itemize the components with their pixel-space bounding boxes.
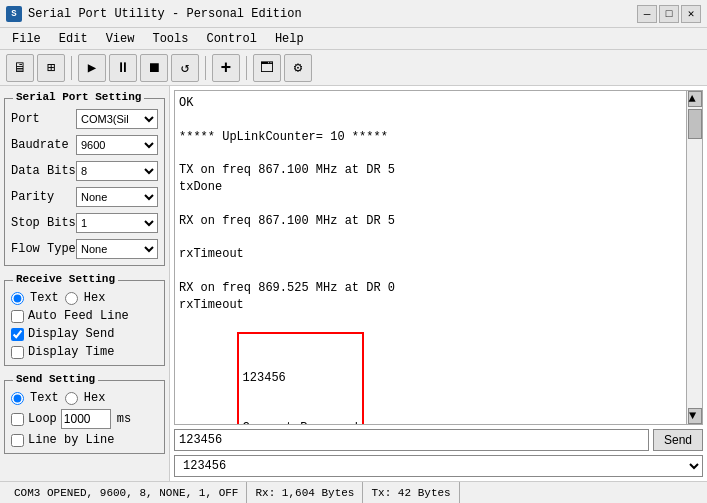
toolbar-play-btn[interactable]: ▶ — [78, 54, 106, 82]
terminal-line-ok: OK — [179, 95, 698, 112]
receive-setting-title: Receive Setting — [13, 273, 118, 285]
baudrate-select[interactable]: 9600 — [76, 135, 158, 155]
toolbar: 🖥 ⊞ ▶ ⏸ ⏹ ↺ + 🗔 ⚙ — [0, 50, 707, 86]
toolbar-settings-btn[interactable]: ⚙ — [284, 54, 312, 82]
terminal-area[interactable]: OK ***** UpLinkCounter= 10 ***** TX on f… — [174, 90, 703, 425]
scrollbar-thumb[interactable] — [688, 109, 702, 139]
tx-status-text: Tx: 42 Bytes — [371, 487, 450, 499]
terminal-line-blank3 — [179, 196, 698, 213]
title-controls: — □ ✕ — [637, 5, 701, 23]
send-setting-title: Send Setting — [13, 373, 98, 385]
menu-edit[interactable]: Edit — [51, 30, 96, 48]
terminal-line-blank1 — [179, 112, 698, 129]
send-hex-label: Hex — [84, 391, 106, 405]
port-select[interactable]: COM3(Sil — [76, 109, 158, 129]
main-content: Serial Port Setting Port COM3(Sil Baudra… — [0, 86, 707, 481]
toolbar-add-btn[interactable]: + — [212, 54, 240, 82]
databits-select[interactable]: 8 — [76, 161, 158, 181]
status-bar: COM3 OPENED, 9600, 8, NONE, 1, OFF Rx: 1… — [0, 481, 707, 503]
toolbar-sep3 — [246, 56, 247, 80]
menu-view[interactable]: View — [98, 30, 143, 48]
toolbar-refresh-btn[interactable]: ↺ — [171, 54, 199, 82]
loop-row: Loop ms — [11, 409, 158, 429]
display-time-checkbox[interactable] — [11, 346, 24, 359]
line-by-line-checkbox[interactable] — [11, 434, 24, 447]
highlighted-line1: 123456 — [243, 370, 358, 387]
close-button[interactable]: ✕ — [681, 5, 701, 23]
terminal-line-blank4 — [179, 229, 698, 246]
menu-bar: File Edit View Tools Control Help — [0, 28, 707, 50]
toolbar-open-btn[interactable]: ⊞ — [37, 54, 65, 82]
rx-status-text: Rx: 1,604 Bytes — [255, 487, 354, 499]
receive-text-hex-row: Text Hex — [11, 291, 158, 305]
receive-hex-radio[interactable] — [65, 292, 78, 305]
toolbar-new-btn[interactable]: 🖥 — [6, 54, 34, 82]
terminal-line-blank2 — [179, 145, 698, 162]
auto-feed-checkbox[interactable] — [11, 310, 24, 323]
flowtype-row: Flow Type None — [11, 239, 158, 259]
maximize-button[interactable]: □ — [659, 5, 679, 23]
serial-port-setting-title: Serial Port Setting — [13, 91, 144, 103]
parity-select[interactable]: None — [76, 187, 158, 207]
terminal-line-uplink: ***** UpLinkCounter= 10 ***** — [179, 129, 698, 146]
menu-help[interactable]: Help — [267, 30, 312, 48]
display-send-row: Display Send — [11, 327, 158, 341]
send-text-radio[interactable] — [11, 392, 24, 405]
terminal-line-rxtimeout2: rxTimeout — [179, 297, 698, 314]
highlighted-line2: Correct Password — [243, 420, 358, 425]
left-panel: Serial Port Setting Port COM3(Sil Baudra… — [0, 86, 170, 481]
send-text-label: Text — [30, 391, 59, 405]
baudrate-row: Baudrate 9600 — [11, 135, 158, 155]
right-panel: OK ***** UpLinkCounter= 10 ***** TX on f… — [170, 86, 707, 481]
menu-file[interactable]: File — [4, 30, 49, 48]
receive-text-radio[interactable] — [11, 292, 24, 305]
title-bar: S Serial Port Utility - Personal Edition… — [0, 0, 707, 28]
databits-label: Data Bits — [11, 164, 76, 178]
loop-checkbox[interactable] — [11, 413, 24, 426]
stopbits-select[interactable]: 1 — [76, 213, 158, 233]
auto-feed-row: Auto Feed Line — [11, 309, 158, 323]
port-status-text: COM3 OPENED, 9600, 8, NONE, 1, OFF — [14, 487, 238, 499]
toolbar-window-btn[interactable]: 🗔 — [253, 54, 281, 82]
terminal-highlighted: 123456 Correct Password — [179, 313, 698, 425]
bottom-input-select[interactable]: 123456 — [174, 455, 703, 477]
send-button[interactable]: Send — [653, 429, 703, 451]
menu-tools[interactable]: Tools — [144, 30, 196, 48]
scrollbar-down-btn[interactable]: ▼ — [688, 408, 702, 424]
send-input-row: Send — [170, 425, 707, 455]
loop-value-input[interactable] — [61, 409, 111, 429]
receive-hex-label: Hex — [84, 291, 106, 305]
port-status-segment: COM3 OPENED, 9600, 8, NONE, 1, OFF — [6, 482, 247, 503]
flowtype-select[interactable]: None — [76, 239, 158, 259]
loop-label: Loop — [28, 412, 57, 426]
rx-status-segment: Rx: 1,604 Bytes — [247, 482, 363, 503]
flowtype-label: Flow Type — [11, 242, 76, 256]
toolbar-sep1 — [71, 56, 72, 80]
bottom-input-row: 123456 — [170, 455, 707, 481]
port-label: Port — [11, 112, 71, 126]
terminal-scrollbar[interactable]: ▲ ▼ — [686, 91, 702, 424]
terminal-line-rx1: RX on freq 867.100 MHz at DR 5 — [179, 213, 698, 230]
display-send-label: Display Send — [28, 327, 114, 341]
toolbar-pause-btn[interactable]: ⏸ — [109, 54, 137, 82]
menu-control[interactable]: Control — [198, 30, 264, 48]
app-title: Serial Port Utility - Personal Edition — [28, 7, 302, 21]
send-text-input[interactable] — [174, 429, 649, 451]
display-time-label: Display Time — [28, 345, 114, 359]
ms-label: ms — [117, 412, 131, 426]
port-row: Port COM3(Sil — [11, 109, 158, 129]
app-icon: S — [6, 6, 22, 22]
toolbar-stop-btn[interactable]: ⏹ — [140, 54, 168, 82]
stopbits-row: Stop Bits 1 — [11, 213, 158, 233]
serial-port-setting-group: Serial Port Setting Port COM3(Sil Baudra… — [4, 98, 165, 266]
auto-feed-label: Auto Feed Line — [28, 309, 129, 323]
databits-row: Data Bits 8 — [11, 161, 158, 181]
scrollbar-up-btn[interactable]: ▲ — [688, 91, 702, 107]
highlighted-password-box: 123456 Correct Password — [237, 332, 364, 425]
display-send-checkbox[interactable] — [11, 328, 24, 341]
title-left: S Serial Port Utility - Personal Edition — [6, 6, 302, 22]
tx-status-segment: Tx: 42 Bytes — [363, 482, 459, 503]
line-by-line-label: Line by Line — [28, 433, 114, 447]
minimize-button[interactable]: — — [637, 5, 657, 23]
send-hex-radio[interactable] — [65, 392, 78, 405]
